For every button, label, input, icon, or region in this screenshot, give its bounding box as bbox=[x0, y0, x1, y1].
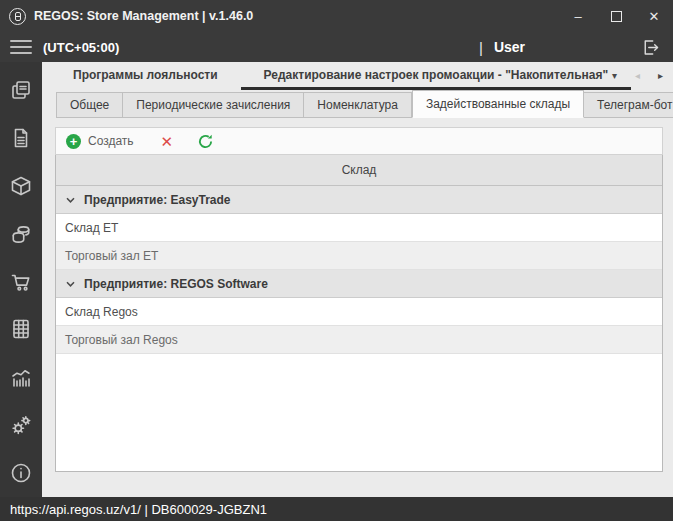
plus-icon: + bbox=[66, 134, 81, 149]
sidebar-item-sales[interactable] bbox=[0, 258, 42, 306]
logout-button[interactable] bbox=[640, 37, 661, 58]
tab-loyalty-programs[interactable]: Программы лояльности bbox=[50, 62, 241, 90]
refresh-icon bbox=[198, 134, 213, 149]
grid-empty-area bbox=[56, 354, 662, 471]
menubar: (UTC+05:00) | User bbox=[0, 32, 673, 62]
user-label: User bbox=[494, 39, 525, 55]
sidebar-item-reports[interactable] bbox=[0, 353, 42, 401]
titlebar: REGOS: Store Management | v.1.46.0 – ✕ bbox=[0, 0, 673, 32]
sidebar-item-finance[interactable] bbox=[0, 210, 42, 258]
close-icon: ✕ bbox=[649, 9, 660, 24]
tab-scroll-prev-icon[interactable]: ◂ bbox=[635, 71, 640, 81]
delete-button[interactable]: ✕ bbox=[161, 134, 174, 149]
grid-row-torg-zal-regos[interactable]: Торговый зал Regos bbox=[56, 326, 662, 354]
cart-icon bbox=[9, 270, 33, 294]
copy-icon bbox=[9, 78, 33, 102]
subtab-nomenclature[interactable]: Номенклатура bbox=[304, 92, 412, 118]
grid-toolbar: + Создать ✕ bbox=[55, 127, 663, 155]
window-controls: – ✕ bbox=[559, 0, 673, 32]
sidebar-item-settings[interactable] bbox=[0, 401, 42, 449]
document-icon bbox=[9, 126, 33, 150]
stats-icon bbox=[9, 365, 33, 389]
statusbar: https://api.regos.uz/v1/ | DB600029-JGBZ… bbox=[0, 497, 673, 521]
document-tabstrip: Программы лояльности Редактирование наст… bbox=[42, 62, 673, 90]
logout-icon bbox=[640, 37, 661, 58]
timezone-label: (UTC+05:00) bbox=[43, 40, 119, 55]
main-area: Программы лояльности Редактирование наст… bbox=[42, 62, 673, 497]
close-button[interactable]: ✕ bbox=[635, 0, 673, 32]
minimize-button[interactable]: – bbox=[559, 0, 597, 32]
create-button[interactable]: + Создать bbox=[66, 134, 134, 149]
status-api-url: https://api.regos.uz/v1/ | DB600029-JGBZ… bbox=[10, 502, 267, 517]
sidebar-item-loyalty[interactable] bbox=[0, 66, 42, 114]
sidebar bbox=[0, 62, 42, 497]
user-divider: | bbox=[479, 39, 483, 56]
create-button-label: Создать bbox=[88, 134, 134, 148]
user-menu[interactable]: | User bbox=[479, 39, 525, 56]
subtab-warehouses[interactable]: Задействованные склады bbox=[412, 90, 584, 118]
tab-scroll-next-icon[interactable]: ▸ bbox=[658, 71, 663, 81]
app-window: REGOS: Store Management | v.1.46.0 – ✕ (… bbox=[0, 0, 673, 521]
sidebar-item-documents[interactable] bbox=[0, 114, 42, 162]
hamburger-menu-icon[interactable] bbox=[10, 40, 32, 54]
minimize-icon: – bbox=[574, 9, 581, 24]
coins-icon bbox=[9, 222, 33, 246]
sidebar-item-registers[interactable] bbox=[0, 305, 42, 353]
grid-row-sklad-et[interactable]: Склад ET bbox=[56, 214, 662, 242]
group-row-regos-software[interactable]: Предприятие: REGOS Software bbox=[56, 270, 662, 298]
chevron-down-icon bbox=[66, 197, 75, 203]
sidebar-item-products[interactable] bbox=[0, 162, 42, 210]
group-row-easytrade[interactable]: Предприятие: EasyTrade bbox=[56, 186, 662, 214]
package-icon bbox=[9, 174, 33, 198]
settings-icon bbox=[9, 413, 33, 437]
maximize-button[interactable] bbox=[597, 0, 635, 32]
chevron-down-icon bbox=[66, 281, 75, 287]
table-icon bbox=[9, 317, 33, 341]
subtab-strip: Общее Периодические зачисления Номенклат… bbox=[42, 90, 673, 118]
grid-row-sklad-regos[interactable]: Склад Regos bbox=[56, 298, 662, 326]
subtab-telegram-bot[interactable]: Телеграм-бот bbox=[584, 92, 673, 118]
warehouses-grid: Склад Предприятие: EasyTrade Склад ET То… bbox=[55, 155, 663, 472]
sidebar-item-about[interactable] bbox=[0, 449, 42, 497]
tab-navigation: ▾ ◂ ▸ bbox=[612, 62, 663, 90]
window-title: REGOS: Store Management | v.1.46.0 bbox=[34, 9, 253, 23]
column-header-sklad[interactable]: Склад bbox=[56, 155, 662, 186]
subtab-general[interactable]: Общее bbox=[56, 92, 123, 118]
warehouses-panel: + Создать ✕ Склад bbox=[42, 118, 673, 497]
tab-list-dropdown-icon[interactable]: ▾ bbox=[612, 71, 617, 81]
delete-icon: ✕ bbox=[161, 133, 174, 150]
app-body: Программы лояльности Редактирование наст… bbox=[0, 62, 673, 497]
refresh-button[interactable] bbox=[198, 134, 213, 149]
info-icon bbox=[9, 461, 33, 485]
tab-promo-edit[interactable]: Редактирование настроек промоакции - "На… bbox=[241, 62, 632, 90]
subtab-periodic-accruals[interactable]: Периодические зачисления bbox=[123, 92, 304, 118]
regos-logo-icon bbox=[9, 8, 26, 25]
maximize-icon bbox=[611, 11, 622, 22]
grid-row-torg-zal-et[interactable]: Торговый зал ET bbox=[56, 242, 662, 270]
